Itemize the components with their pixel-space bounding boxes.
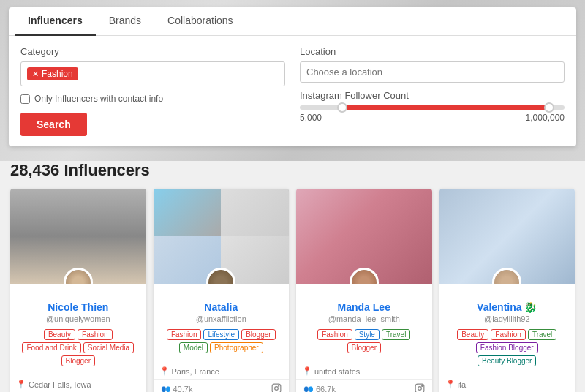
collage-cell-1a xyxy=(154,189,222,236)
tag-3-1[interactable]: Model xyxy=(179,342,208,353)
card-location-2: 📍 united states xyxy=(296,363,432,379)
card-image-2 xyxy=(296,189,432,284)
card-footer-1: 👥 40.7k xyxy=(154,379,290,392)
follower-count-label: Instagram Follower Count xyxy=(300,90,565,101)
instagram-icon-2 xyxy=(415,383,425,392)
card-handle-1: @unxaffliction xyxy=(161,314,282,323)
slider-fill xyxy=(339,105,551,110)
card-avatar-0 xyxy=(64,268,93,284)
card-name-3: Valentina 🐉 xyxy=(447,301,568,313)
tag-remove-icon[interactable]: ✕ xyxy=(32,69,39,79)
tag-social-0[interactable]: Social Media xyxy=(83,342,134,353)
tag-4-1[interactable]: Photographer xyxy=(210,342,263,353)
svg-point-7 xyxy=(418,387,421,391)
influencer-card-2[interactable]: Manda Lee @manda_lee_smith Fashion Style… xyxy=(296,189,432,392)
contact-info-label: Only Influencers with contact info xyxy=(34,94,163,104)
avatar-img-1 xyxy=(208,270,233,284)
pin-icon-2: 📍 xyxy=(302,366,312,376)
filter-card: Influencers Brands Collaborations Catego… xyxy=(9,7,576,146)
avatar-img-0 xyxy=(66,270,91,284)
card-name-2: Manda Lee xyxy=(303,301,425,313)
tag-1-3[interactable]: Fashion xyxy=(491,329,526,340)
search-button[interactable]: Search xyxy=(20,113,87,136)
svg-rect-3 xyxy=(272,384,281,392)
location-text-0: Cedar Falls, Iowa xyxy=(29,380,91,389)
card-name-0: Nicole Thien xyxy=(18,301,139,313)
follower-slider-track[interactable] xyxy=(300,105,565,110)
card-handle-0: @uniquelywomen xyxy=(18,314,139,323)
influencer-card-0[interactable]: Nicole Thien @uniquelywomen Beauty Fashi… xyxy=(10,189,146,392)
svg-point-5 xyxy=(279,385,279,386)
slider-max-value: 1,000,000 xyxy=(526,113,565,123)
tags-row-2: Fashion Style Travel Blogger xyxy=(303,329,425,353)
category-input-box[interactable]: ✕ Fashion xyxy=(20,61,285,86)
tag-fashion-0[interactable]: Fashion xyxy=(78,329,113,340)
follower-count-2: 👥 66.7k xyxy=(303,385,336,393)
tag-food-0[interactable]: Food and Drink xyxy=(22,342,80,353)
svg-point-8 xyxy=(421,385,422,386)
tag-1-2[interactable]: Style xyxy=(355,329,380,340)
slider-thumb-right[interactable] xyxy=(544,102,554,113)
card-image-0 xyxy=(10,189,146,284)
card-body-1: Natalia @unxaffliction Fashion Lifestyle… xyxy=(154,284,290,363)
card-handle-2: @manda_lee_smith xyxy=(303,314,425,323)
instagram-icon-1 xyxy=(271,383,282,392)
slider-thumb-left[interactable] xyxy=(337,102,347,113)
people-icon-1: 👥 xyxy=(161,385,171,393)
tags-row-0: Beauty Fashion Food and Drink Social Med… xyxy=(18,329,139,366)
tag-blogger-0[interactable]: Blogger xyxy=(61,355,95,366)
influencer-card-1[interactable]: Natalia @unxaffliction Fashion Lifestyle… xyxy=(154,189,290,392)
card-avatar-3 xyxy=(492,268,521,284)
fashion-tag[interactable]: ✕ Fashion xyxy=(27,67,78,80)
tab-brands[interactable]: Brands xyxy=(96,7,154,36)
tags-row-3: Beauty Fashion Travel Fashion Blogger Be… xyxy=(447,329,568,366)
tag-2-1[interactable]: Blogger xyxy=(241,329,275,340)
card-name-1: Natalia xyxy=(161,301,282,313)
tag-0-2[interactable]: Fashion xyxy=(317,329,352,340)
tag-1-1[interactable]: Lifestyle xyxy=(203,329,239,340)
card-image-1 xyxy=(154,189,290,284)
location-text-3: ita xyxy=(458,380,467,389)
location-text-1: Paris, France xyxy=(172,367,219,376)
contact-info-checkbox[interactable] xyxy=(20,94,30,104)
location-input[interactable] xyxy=(300,61,565,83)
card-body-0: Nicole Thien @uniquelywomen Beauty Fashi… xyxy=(10,284,146,377)
card-location-3: 📍 ita xyxy=(439,377,575,392)
tag-4-3[interactable]: Beauty Blogger xyxy=(478,355,536,366)
contact-info-row: Only Influencers with contact info xyxy=(20,94,285,104)
influencers-grid: Nicole Thien @uniquelywomen Beauty Fashi… xyxy=(10,189,575,392)
card-footer-2: 👥 66.7k xyxy=(296,379,432,392)
tag-beauty-0[interactable]: Beauty xyxy=(44,329,75,340)
filter-body: Category ✕ Fashion Only Influencers with… xyxy=(9,36,576,146)
results-section: 28,436 Influencers Nicole Thien @uniquel… xyxy=(0,154,585,392)
tabs-bar: Influencers Brands Collaborations xyxy=(9,7,576,36)
svg-point-4 xyxy=(275,387,279,391)
tag-2-2[interactable]: Travel xyxy=(382,329,410,340)
slider-values: 5,000 1,000,000 xyxy=(300,113,565,123)
tag-3-3[interactable]: Fashion Blogger xyxy=(476,342,538,353)
tag-label: Fashion xyxy=(42,69,73,79)
avatar-img-2 xyxy=(352,270,377,284)
influencer-card-3[interactable]: Valentina 🐉 @ladylilith92 Beauty Fashion… xyxy=(439,189,575,392)
follower-count-1: 👥 40.7k xyxy=(161,385,193,393)
main-container: Influencers Brands Collaborations Catego… xyxy=(0,7,585,392)
card-body-3: Valentina 🐉 @ladylilith92 Beauty Fashion… xyxy=(439,284,575,377)
card-body-2: Manda Lee @manda_lee_smith Fashion Style… xyxy=(296,284,432,363)
pin-icon-0: 📍 xyxy=(16,380,26,389)
card-avatar-2 xyxy=(350,268,379,284)
tag-0-3[interactable]: Beauty xyxy=(457,329,488,340)
tab-influencers[interactable]: Influencers xyxy=(15,7,96,36)
follower-number-2: 66.7k xyxy=(316,385,336,392)
pin-icon-1: 📍 xyxy=(159,366,170,376)
follower-number-1: 40.7k xyxy=(173,385,193,392)
people-icon-2: 👥 xyxy=(303,385,314,393)
collage-cell-1b xyxy=(221,189,289,236)
tag-2-3[interactable]: Travel xyxy=(528,329,556,340)
pin-icon-3: 📍 xyxy=(445,380,456,389)
avatar-img-3 xyxy=(494,270,519,284)
tab-collaborations[interactable]: Collaborations xyxy=(154,7,246,36)
location-text-2: united states xyxy=(314,367,360,376)
tag-3-2[interactable]: Blogger xyxy=(347,342,381,353)
svg-rect-6 xyxy=(415,384,424,392)
tag-0-1[interactable]: Fashion xyxy=(167,329,202,340)
